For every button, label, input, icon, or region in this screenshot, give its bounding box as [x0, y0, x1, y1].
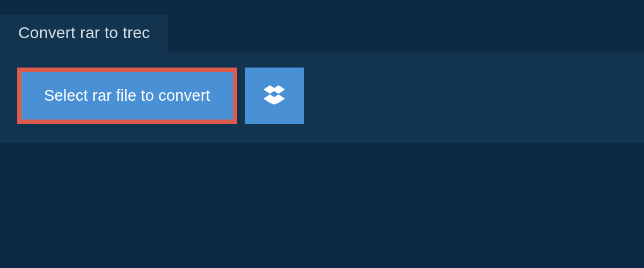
converter-panel: Select rar file to convert: [0, 51, 644, 143]
tab-bar: Convert rar to trec: [0, 0, 644, 51]
dropbox-icon: [264, 85, 285, 107]
tab-label: Convert rar to trec: [18, 24, 150, 41]
select-file-label: Select rar file to convert: [44, 87, 210, 105]
select-file-button[interactable]: Select rar file to convert: [17, 68, 237, 124]
tab-convert[interactable]: Convert rar to trec: [0, 15, 169, 51]
dropbox-button[interactable]: [245, 68, 304, 124]
